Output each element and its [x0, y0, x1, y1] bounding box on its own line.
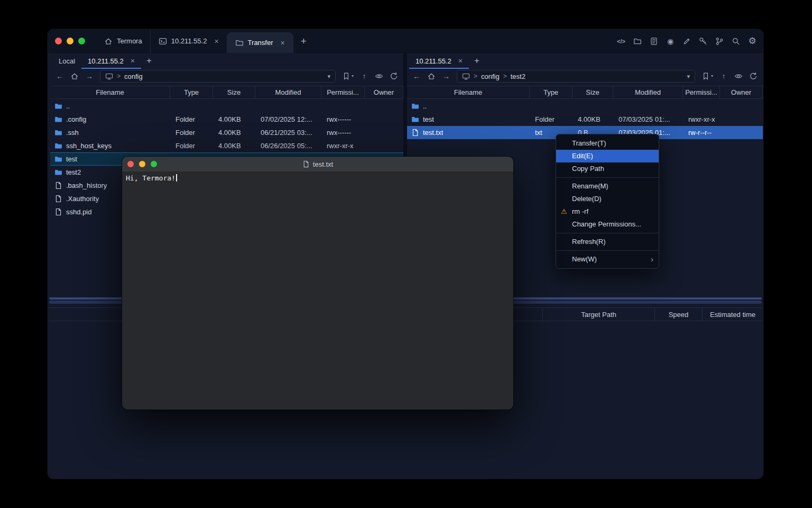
titlebar[interactable]: Termora 10.211.55.2 × Transfer × + </>	[48, 29, 763, 53]
log-document-icon[interactable]	[649, 37, 659, 46]
tab-remote-left[interactable]: 10.211.55.2 ×	[81, 53, 141, 69]
filename: test2	[66, 168, 81, 176]
column-header-type[interactable]: Type	[530, 86, 573, 98]
column-header-owner[interactable]: Owner	[365, 86, 403, 98]
search-icon[interactable]	[731, 37, 741, 46]
filename: sshd.pid	[66, 208, 91, 216]
chevron-down-icon[interactable]: ▾	[687, 73, 690, 80]
submenu-arrow-icon: ›	[651, 253, 653, 266]
record-icon[interactable]: ◉	[666, 37, 675, 46]
filename: .config	[66, 115, 86, 123]
path-segment[interactable]: config	[481, 72, 500, 80]
key-icon[interactable]	[698, 37, 708, 46]
path-segment[interactable]: test2	[511, 72, 525, 80]
path-bar[interactable]: > config > test2 ▾	[457, 70, 695, 83]
close-tab-icon[interactable]: ×	[131, 57, 135, 65]
menu-item-copy-path[interactable]: Copy Path	[556, 162, 659, 175]
chevron-down-icon: ▾	[352, 74, 354, 78]
parent-directory-button[interactable]: ↑	[360, 71, 368, 81]
zoom-window-button[interactable]	[151, 161, 157, 167]
editor-content[interactable]: Hi, Termora!	[122, 171, 513, 185]
column-header-size[interactable]: Size	[213, 86, 255, 98]
file-owner	[365, 139, 403, 152]
forward-button[interactable]: →	[442, 71, 450, 81]
file-permissions: rwx------	[321, 126, 365, 139]
tab-label: 10.211.55.2	[416, 57, 451, 65]
home-button[interactable]	[70, 71, 79, 81]
menu-item-edit[interactable]: Edit(E)	[556, 150, 659, 162]
panel-new-tab-button[interactable]: +	[141, 53, 157, 69]
close-window-button[interactable]	[127, 161, 134, 167]
refresh-button[interactable]	[390, 71, 398, 81]
close-window-button[interactable]	[55, 38, 62, 44]
close-tab-icon[interactable]: ×	[458, 57, 463, 65]
menu-item-delete[interactable]: Delete(D)	[556, 193, 659, 205]
file-row[interactable]: ssh_host_keys Folder 4.00KB 06/26/2025 0…	[50, 139, 403, 152]
computer-icon	[105, 72, 113, 80]
bookmark-button[interactable]: ▾	[342, 71, 354, 81]
transfer-column-target-path[interactable]: Target Path	[542, 308, 654, 321]
minimize-window-button[interactable]	[139, 161, 145, 167]
home-button[interactable]	[427, 71, 436, 81]
parent-directory-button[interactable]: ↑	[719, 71, 728, 81]
file-row[interactable]: ..	[50, 99, 403, 113]
transfer-column-speed[interactable]: Speed	[654, 308, 702, 321]
file-modified: 07/02/2025 12:...	[255, 113, 321, 126]
bookmark-button[interactable]: ▾	[702, 71, 713, 81]
transfer-column-estimated-time[interactable]: Estimated time	[702, 308, 763, 321]
file-row[interactable]: .config Folder 4.00KB 07/02/2025 12:... …	[50, 113, 403, 126]
show-hidden-button[interactable]	[734, 71, 743, 81]
close-tab-icon[interactable]: ×	[214, 38, 218, 45]
menu-item-change-permissions[interactable]: Change Permissions...	[556, 218, 659, 231]
folder-icon	[54, 115, 62, 123]
column-header-filename[interactable]: Filename	[50, 86, 170, 98]
column-header-permissions[interactable]: Permissi...	[321, 86, 365, 98]
show-hidden-button[interactable]	[375, 71, 383, 81]
tab-termora[interactable]: Termora	[96, 29, 150, 53]
panel-new-tab-button[interactable]: +	[469, 53, 485, 69]
menu-item-rm-rf[interactable]: ⚠ rm -rf	[556, 205, 659, 218]
menu-item-transfer[interactable]: Transfer(T)	[556, 137, 659, 150]
tab-transfer[interactable]: Transfer ×	[227, 32, 293, 53]
close-tab-icon[interactable]: ×	[281, 39, 285, 47]
file-row[interactable]: .ssh Folder 4.00KB 06/21/2025 03:... rwx…	[50, 126, 403, 139]
back-button[interactable]: ←	[412, 71, 421, 81]
forward-button[interactable]: →	[85, 71, 94, 81]
column-header-type[interactable]: Type	[170, 86, 213, 98]
refresh-button[interactable]	[749, 71, 758, 81]
file-size: 4.00KB	[213, 126, 255, 139]
column-header-modified[interactable]: Modified	[255, 86, 321, 98]
column-header-owner[interactable]: Owner	[720, 86, 763, 98]
folder-icon	[411, 115, 419, 123]
column-header-filename[interactable]: Filename	[407, 86, 530, 98]
file-icon	[54, 195, 62, 203]
tab-ssh-host[interactable]: 10.211.55.2 ×	[150, 29, 227, 53]
zoom-window-button[interactable]	[78, 38, 85, 44]
code-snippets-icon[interactable]: </>	[616, 37, 626, 46]
back-button[interactable]: ←	[56, 71, 64, 81]
column-header-size[interactable]: Size	[573, 86, 613, 98]
file-owner	[720, 113, 763, 126]
column-header-modified[interactable]: Modified	[613, 86, 683, 98]
menu-item-refresh[interactable]: Refresh(R)	[556, 235, 659, 248]
file-type	[530, 99, 573, 113]
file-permissions	[321, 99, 365, 113]
editor-titlebar[interactable]: test.txt	[122, 157, 513, 171]
pencil-icon[interactable]	[682, 37, 691, 46]
file-row[interactable]: ..	[407, 99, 763, 113]
tab-local[interactable]: Local	[52, 53, 81, 69]
menu-item-new[interactable]: New(W) ›	[556, 253, 659, 266]
path-bar[interactable]: > config ▾	[100, 70, 336, 83]
chevron-down-icon[interactable]: ▾	[327, 73, 330, 80]
file-row[interactable]: test Folder 4.00KB 07/03/2025 01:... rwx…	[407, 113, 763, 126]
minimize-window-button[interactable]	[67, 38, 73, 44]
path-segment[interactable]: config	[124, 72, 143, 80]
column-header-permissions[interactable]: Permissi...	[683, 86, 720, 98]
file-type: Folder	[170, 126, 213, 139]
settings-gear-icon[interactable]: ⚙	[748, 37, 757, 46]
menu-item-rename[interactable]: Rename(M)	[556, 180, 659, 193]
branch-icon[interactable]	[715, 37, 724, 46]
folder-icon[interactable]	[633, 37, 642, 46]
tab-remote-right[interactable]: 10.211.55.2 ×	[409, 53, 469, 69]
new-tab-button[interactable]: +	[293, 29, 314, 53]
